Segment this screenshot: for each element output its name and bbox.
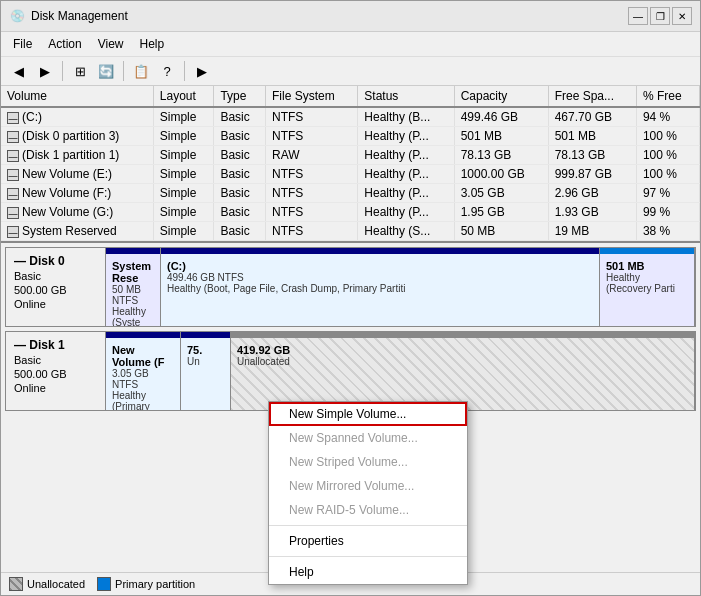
cell-type: Basic bbox=[214, 107, 266, 127]
toolbar: ◀ ▶ ⊞ 🔄 📋 ? ▶ bbox=[1, 57, 700, 86]
cell-pct: 100 % bbox=[636, 127, 699, 146]
legend-primary: Primary partition bbox=[97, 577, 195, 591]
nvf-bar bbox=[106, 332, 180, 338]
toolbar-separator-1 bbox=[62, 61, 63, 81]
cell-free: 78.13 GB bbox=[548, 146, 636, 165]
disk-0-row: — Disk 0 Basic 500.00 GB Online System R… bbox=[5, 247, 696, 327]
cell-type: Basic bbox=[214, 146, 266, 165]
disk-0-c[interactable]: (C:) 499.46 GB NTFS Healthy (Boot, Page … bbox=[161, 248, 600, 326]
col-type[interactable]: Type bbox=[214, 86, 266, 107]
col-capacity[interactable]: Capacity bbox=[454, 86, 548, 107]
minimize-button[interactable]: — bbox=[628, 7, 648, 25]
legend-unallocated: Unallocated bbox=[9, 577, 85, 591]
back-button[interactable]: ◀ bbox=[7, 60, 31, 82]
ctx-new-spanned: New Spanned Volume... bbox=[269, 426, 467, 450]
disk-1-nvf[interactable]: New Volume (F 3.05 GB NTFS Healthy (Prim… bbox=[106, 332, 181, 410]
p75-name: 75. bbox=[187, 344, 224, 356]
disk-0-type: Basic bbox=[14, 270, 97, 282]
cell-layout: Simple bbox=[153, 203, 214, 222]
vol-icon: — bbox=[7, 188, 19, 200]
sysres-size: 50 MB NTFS bbox=[112, 284, 154, 306]
cell-status: Healthy (P... bbox=[358, 184, 454, 203]
p75-status: Un bbox=[187, 356, 224, 367]
forward-button[interactable]: ▶ bbox=[33, 60, 57, 82]
app-icon: 💿 bbox=[9, 8, 25, 24]
cell-capacity: 501 MB bbox=[454, 127, 548, 146]
disk-0-partitions: System Rese 50 MB NTFS Healthy (Syste (C… bbox=[106, 248, 695, 326]
vol-icon: — bbox=[7, 207, 19, 219]
table-row[interactable]: —(Disk 0 partition 3) Simple Basic NTFS … bbox=[1, 127, 700, 146]
table-row[interactable]: —(Disk 1 partition 1) Simple Basic RAW H… bbox=[1, 146, 700, 165]
cell-capacity: 50 MB bbox=[454, 222, 548, 241]
view-button[interactable]: ⊞ bbox=[68, 60, 92, 82]
ctx-new-simple[interactable]: New Simple Volume... bbox=[269, 402, 467, 426]
disk-1-status: Online bbox=[14, 382, 97, 394]
cell-volume-name: —New Volume (E:) bbox=[1, 165, 153, 184]
disk-management-window: 💿 Disk Management — ❐ ✕ File Action View… bbox=[0, 0, 701, 596]
col-volume[interactable]: Volume bbox=[1, 86, 153, 107]
col-free[interactable]: Free Spa... bbox=[548, 86, 636, 107]
maximize-button[interactable]: ❐ bbox=[650, 7, 670, 25]
disk-1-p75[interactable]: 75. Un bbox=[181, 332, 231, 410]
cell-capacity: 499.46 GB bbox=[454, 107, 548, 127]
nvf-name: New Volume (F bbox=[112, 344, 174, 368]
disk-0-sysreserved[interactable]: System Rese 50 MB NTFS Healthy (Syste bbox=[106, 248, 161, 326]
cell-free: 999.87 GB bbox=[548, 165, 636, 184]
c-size: 499.46 GB NTFS bbox=[167, 272, 593, 283]
disk-1-unallocated[interactable]: 419.92 GB Unallocated bbox=[231, 332, 695, 410]
disk-0-status: Online bbox=[14, 298, 97, 310]
disk-0-recovery[interactable]: 501 MB Healthy (Recovery Parti bbox=[600, 248, 695, 326]
legend-unallocated-label: Unallocated bbox=[27, 578, 85, 590]
close-button[interactable]: ✕ bbox=[672, 7, 692, 25]
ctx-new-raid5: New RAID-5 Volume... bbox=[269, 498, 467, 522]
toolbar-separator-2 bbox=[123, 61, 124, 81]
table-row[interactable]: —System Reserved Simple Basic NTFS Healt… bbox=[1, 222, 700, 241]
table-header: Volume Layout Type File System Status Ca… bbox=[1, 86, 700, 107]
c-status: Healthy (Boot, Page File, Crash Dump, Pr… bbox=[167, 283, 593, 294]
legend-unallocated-box bbox=[9, 577, 23, 591]
window-title: Disk Management bbox=[31, 9, 128, 23]
menu-action[interactable]: Action bbox=[40, 34, 89, 54]
vol-icon: — bbox=[7, 169, 19, 181]
sysres-bar bbox=[106, 248, 160, 254]
ctx-help[interactable]: Help bbox=[269, 560, 467, 584]
col-pct[interactable]: % Free bbox=[636, 86, 699, 107]
menu-file[interactable]: File bbox=[5, 34, 40, 54]
table-row[interactable]: —New Volume (F:) Simple Basic NTFS Healt… bbox=[1, 184, 700, 203]
disk-1-type: Basic bbox=[14, 354, 97, 366]
disk-0-name: — Disk 0 bbox=[14, 254, 97, 268]
menu-view[interactable]: View bbox=[90, 34, 132, 54]
cell-fs: RAW bbox=[266, 146, 358, 165]
table-row[interactable]: —(C:) Simple Basic NTFS Healthy (B... 49… bbox=[1, 107, 700, 127]
disk-1-size: 500.00 GB bbox=[14, 368, 97, 380]
cell-pct: 100 % bbox=[636, 146, 699, 165]
ctx-properties[interactable]: Properties bbox=[269, 529, 467, 553]
col-fs[interactable]: File System bbox=[266, 86, 358, 107]
table-row[interactable]: —New Volume (E:) Simple Basic NTFS Healt… bbox=[1, 165, 700, 184]
cell-capacity: 1000.00 GB bbox=[454, 165, 548, 184]
cell-layout: Simple bbox=[153, 184, 214, 203]
cell-status: Healthy (B... bbox=[358, 107, 454, 127]
menu-bar: File Action View Help bbox=[1, 32, 700, 57]
cell-type: Basic bbox=[214, 222, 266, 241]
menu-help[interactable]: Help bbox=[132, 34, 173, 54]
col-layout[interactable]: Layout bbox=[153, 86, 214, 107]
cell-volume-name: —System Reserved bbox=[1, 222, 153, 241]
cell-pct: 97 % bbox=[636, 184, 699, 203]
col-status[interactable]: Status bbox=[358, 86, 454, 107]
ctx-separator bbox=[269, 525, 467, 526]
cell-fs: NTFS bbox=[266, 222, 358, 241]
c-bar bbox=[161, 248, 599, 254]
help-toolbar-button[interactable]: ? bbox=[155, 60, 179, 82]
sysres-name: System Rese bbox=[112, 260, 154, 284]
disk-1-partitions: New Volume (F 3.05 GB NTFS Healthy (Prim… bbox=[106, 332, 695, 410]
cell-pct: 99 % bbox=[636, 203, 699, 222]
extra-button[interactable]: ▶ bbox=[190, 60, 214, 82]
properties-button[interactable]: 📋 bbox=[129, 60, 153, 82]
cell-status: Healthy (P... bbox=[358, 127, 454, 146]
cell-layout: Simple bbox=[153, 146, 214, 165]
refresh-button[interactable]: 🔄 bbox=[94, 60, 118, 82]
table-row[interactable]: —New Volume (G:) Simple Basic NTFS Healt… bbox=[1, 203, 700, 222]
cell-free: 501 MB bbox=[548, 127, 636, 146]
rec-bar bbox=[600, 248, 694, 254]
